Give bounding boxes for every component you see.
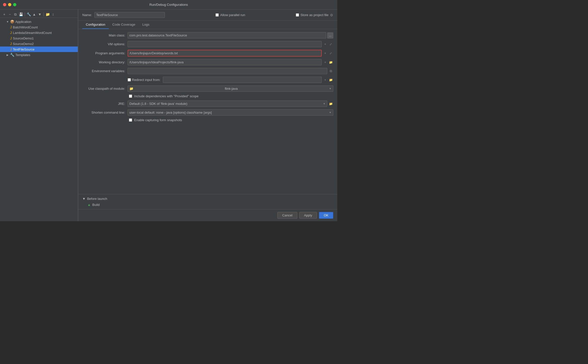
apply-button[interactable]: Apply xyxy=(299,212,317,219)
include-dependencies-row: Include dependencies with "Provided" sco… xyxy=(82,94,333,98)
tabs-bar: Configuration Code Coverage Logs xyxy=(78,21,337,29)
working-directory-add-button[interactable]: + xyxy=(323,60,328,65)
remove-config-button[interactable]: − xyxy=(8,12,12,17)
minimize-button[interactable] xyxy=(8,3,11,6)
toolbar-separator2 xyxy=(44,12,44,16)
environment-variables-copy-button[interactable]: ⧉ xyxy=(328,69,333,74)
jre-value: Default (1.8 - SDK of 'flink-java' modul… xyxy=(129,102,187,106)
config-panel: Main class: ... VM options: + ⤢ xyxy=(78,29,337,194)
move-down-button[interactable]: ▼ xyxy=(38,12,42,17)
folder-button[interactable]: 📁 xyxy=(45,12,50,17)
store-as-project-group: Store as project file ⚙ xyxy=(296,13,333,17)
redirect-input-path[interactable] xyxy=(163,77,322,83)
working-directory-browse-button[interactable]: 📁 xyxy=(328,60,333,65)
before-launch-section: ▼ Before launch ▲ Build xyxy=(78,194,337,209)
sidebar-item-sourcedemo2[interactable]: J SourceDemo2 xyxy=(0,41,78,47)
sidebar-toolbar: + − ⧉ 💾 🔧 ▲ ▼ 📁 ↕ xyxy=(0,11,78,18)
redirect-input-checkbox[interactable] xyxy=(128,78,131,81)
vm-options-actions: + ⤢ xyxy=(323,42,333,47)
use-classpath-dropdown[interactable]: 📁 flink-java ▼ xyxy=(128,85,333,92)
java-file-icon: J xyxy=(10,31,12,35)
vm-options-add-button[interactable]: + xyxy=(323,42,328,47)
store-as-project-label: Store as project file xyxy=(301,13,328,17)
copy-config-button[interactable]: ⧉ xyxy=(13,12,18,17)
vm-options-input[interactable] xyxy=(128,41,322,47)
main-class-input[interactable] xyxy=(128,32,326,38)
use-classpath-icon: 📁 xyxy=(129,87,133,90)
shorten-command-line-value: user-local default: none - java [options… xyxy=(129,111,212,114)
redirect-input-field: Redirect input from: + 📁 xyxy=(128,77,333,83)
sidebar-item-textfilesource[interactable]: J TextFileSource xyxy=(0,47,78,52)
java-file-icon: J xyxy=(10,42,12,46)
vm-options-expand-button[interactable]: ⤢ xyxy=(328,42,333,47)
jre-dropdown[interactable]: Default (1.8 - SDK of 'flink-java' modul… xyxy=(128,101,327,107)
use-classpath-value: flink-java xyxy=(225,87,238,90)
close-button[interactable] xyxy=(3,3,6,6)
sidebar-item-sourcedemo1[interactable]: J SourceDemo1 xyxy=(0,35,78,41)
move-up-button[interactable]: ▲ xyxy=(32,12,36,17)
jre-label: JRE: xyxy=(82,102,125,106)
main-class-label: Main class: xyxy=(82,33,125,37)
before-launch-header[interactable]: ▼ Before launch xyxy=(82,197,333,201)
add-config-button[interactable]: + xyxy=(2,12,7,17)
java-file-icon: J xyxy=(10,47,12,51)
sidebar-item-label: SourceDemo2 xyxy=(13,42,76,46)
redirect-input-actions: + 📁 xyxy=(323,77,333,82)
sidebar-item-application[interactable]: ▼ 📦 Application xyxy=(0,19,78,24)
store-as-project-checkbox[interactable] xyxy=(296,13,299,17)
gear-icon[interactable]: ⚙ xyxy=(330,13,333,17)
chevron-down-icon: ▼ xyxy=(329,87,332,90)
chevron-down-icon: ▼ xyxy=(323,102,325,105)
environment-variables-row: Environment variables: ⧉ xyxy=(82,68,333,74)
working-directory-field: + 📁 xyxy=(128,59,333,65)
sidebar-item-batchwordcount[interactable]: J BatchWordCount xyxy=(0,24,78,30)
program-arguments-label: Program arguments: xyxy=(82,51,125,55)
redirect-input-browse-button[interactable]: 📁 xyxy=(328,77,333,82)
program-arguments-input[interactable] xyxy=(128,50,322,57)
working-directory-label: Working directory: xyxy=(82,60,125,64)
enable-capturing-label: Enable capturing form snapshots xyxy=(134,118,182,122)
expand-arrow: ▼ xyxy=(6,20,9,23)
jre-field: Default (1.8 - SDK of 'flink-java' modul… xyxy=(128,101,333,107)
tab-configuration[interactable]: Configuration xyxy=(82,21,109,29)
sidebar-item-label: Application xyxy=(15,20,76,24)
program-arguments-add-button[interactable]: + xyxy=(323,51,328,56)
program-arguments-field: + ⤢ xyxy=(128,50,333,57)
vm-options-row: VM options: + ⤢ xyxy=(82,41,333,47)
save-config-button[interactable]: 💾 xyxy=(19,12,23,17)
ok-button[interactable]: OK xyxy=(319,212,333,219)
before-launch-content: ▲ Build xyxy=(82,203,333,207)
use-classpath-row: Use classpath of module: 📁 flink-java ▼ xyxy=(82,85,333,92)
main-class-browse-button[interactable]: ... xyxy=(327,32,333,38)
sidebar-item-templates[interactable]: ▶ 🔧 Templates xyxy=(0,52,78,58)
name-input[interactable] xyxy=(94,12,165,18)
include-dependencies-checkbox[interactable] xyxy=(129,95,132,98)
cancel-button[interactable]: Cancel xyxy=(277,212,297,219)
jre-browse-button[interactable]: 📁 xyxy=(328,101,333,106)
settings-button[interactable]: 🔧 xyxy=(26,12,31,17)
enable-capturing-checkbox[interactable] xyxy=(129,118,132,122)
redirect-input-add-button[interactable]: + xyxy=(323,77,328,82)
chevron-down-icon: ▼ xyxy=(329,111,332,114)
toolbar-separator xyxy=(25,12,25,16)
maximize-button[interactable] xyxy=(13,3,16,6)
before-launch-label: Before launch xyxy=(87,197,107,201)
sidebar-item-label: LambdaStreamWordCount xyxy=(13,31,76,35)
build-icon: ▲ xyxy=(87,203,91,207)
working-directory-input[interactable] xyxy=(128,59,322,65)
java-file-icon: J xyxy=(10,25,12,29)
name-label: Name: xyxy=(82,13,92,17)
allow-parallel-checkbox[interactable] xyxy=(215,13,219,17)
shorten-command-line-dropdown[interactable]: user-local default: none - java [options… xyxy=(128,109,333,116)
sidebar-item-lambdastreamwordcount[interactable]: J LambdaStreamWordCount xyxy=(0,30,78,35)
dialog-title: Run/Debug Configurations xyxy=(149,3,188,7)
shorten-command-line-row: Shorten command line: user-local default… xyxy=(82,109,333,116)
tab-logs[interactable]: Logs xyxy=(139,21,153,29)
environment-variables-input[interactable] xyxy=(128,68,327,74)
tab-code-coverage[interactable]: Code Coverage xyxy=(109,21,139,29)
program-arguments-expand-button[interactable]: ⤢ xyxy=(328,51,333,56)
vm-options-field: + ⤢ xyxy=(128,41,333,47)
main-class-field: ... xyxy=(128,32,333,38)
shorten-command-line-field: user-local default: none - java [options… xyxy=(128,109,333,116)
sort-button[interactable]: ↕ xyxy=(51,12,55,17)
